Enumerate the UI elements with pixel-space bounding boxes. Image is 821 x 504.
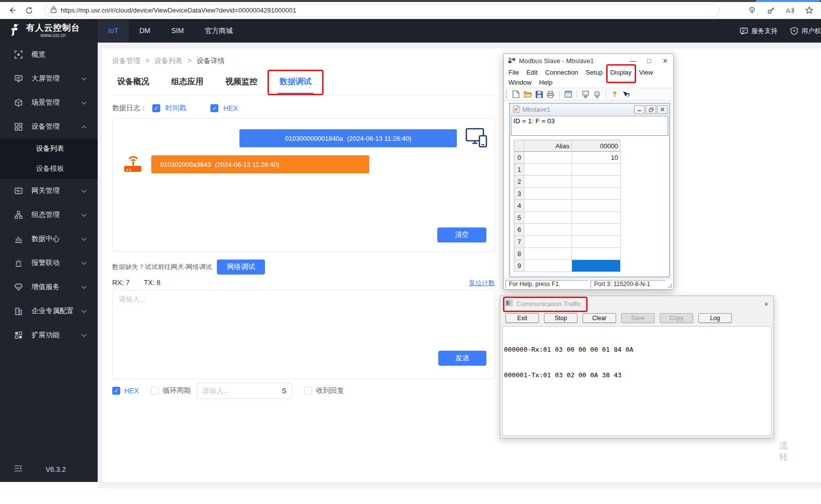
new-file-icon[interactable]: [511, 90, 520, 99]
help-icon[interactable]: ?: [610, 90, 619, 99]
menu-setup[interactable]: Setup: [586, 68, 603, 77]
hex-log-checkbox[interactable]: ✓: [210, 104, 218, 112]
context-help-icon[interactable]: ?: [622, 90, 631, 99]
poll-definition-icon[interactable]: [581, 90, 590, 99]
back-icon[interactable]: [7, 6, 17, 16]
menu-help[interactable]: Help: [539, 78, 553, 87]
selected-cell[interactable]: [572, 260, 621, 272]
user-rights-link[interactable]: 用户权: [790, 27, 821, 36]
modbus-menubar-row1: File Edit Connection Setup Display View: [504, 68, 673, 78]
nav-item-sim[interactable]: SIM: [161, 19, 194, 43]
sidebar-item-overview[interactable]: 概览: [0, 43, 98, 67]
location-icon[interactable]: [747, 6, 757, 16]
screen: https://mp.usr.cn/#/cloud/device/ViewDev…: [0, 0, 821, 504]
reset-count-link[interactable]: 复位计数: [469, 279, 495, 288]
timestamp-label: 时间戳: [165, 104, 186, 113]
chat-icon: [740, 27, 748, 35]
child-restore-icon[interactable]: [646, 105, 656, 114]
clear-log-button[interactable]: 清空: [437, 227, 486, 242]
save-icon[interactable]: [534, 90, 543, 99]
child-minimize-icon[interactable]: [634, 105, 645, 114]
slave-id-line: ID = 1: F = 03: [511, 116, 668, 136]
table-row: 6: [514, 224, 621, 236]
display-definition-icon[interactable]: [564, 90, 573, 99]
favorite-star-icon[interactable]: [804, 6, 814, 16]
network-debug-button[interactable]: 网络调试: [217, 260, 265, 275]
mbslave1-titlebar[interactable]: Mbslave1: [510, 104, 669, 115]
breadcrumb-device-list[interactable]: 设备列表: [154, 57, 182, 66]
sidebar-item-alarm[interactable]: 报警联动: [0, 251, 98, 275]
nav-item-iot[interactable]: IoT: [98, 19, 129, 43]
menu-view[interactable]: View: [639, 68, 653, 77]
value-header[interactable]: 00000: [572, 140, 621, 152]
open-file-icon[interactable]: [523, 90, 532, 99]
modbus-app-icon: [508, 57, 516, 66]
sidebar-item-datacenter[interactable]: 数据中心: [0, 227, 98, 251]
sidebar-item-extension[interactable]: 扩展功能: [0, 323, 98, 347]
send-textarea[interactable]: [113, 290, 494, 379]
tab-scada-app[interactable]: 组态应用: [171, 77, 203, 94]
sidebar-item-gateway[interactable]: 网关管理: [0, 179, 98, 203]
cycle-checkbox[interactable]: [151, 387, 159, 395]
modbus-slave-window: Modbus Slave - Mbslave1 — □ × File Edit …: [503, 54, 674, 290]
brand-subtitle: www.usr.cn: [41, 33, 66, 38]
sidebar-item-bigscreen[interactable]: 大屏管理: [0, 67, 98, 91]
support-link[interactable]: 服务支持: [740, 27, 777, 36]
modbus-titlebar[interactable]: Modbus Slave - Mbslave1 — □ ×: [504, 54, 673, 68]
tab-video-monitor[interactable]: 视频监控: [225, 77, 257, 94]
stop-button[interactable]: Stop: [544, 313, 578, 323]
nav-item-mall[interactable]: 官方商城: [194, 19, 243, 43]
close-icon[interactable]: ×: [657, 54, 673, 68]
child-close-icon[interactable]: [657, 105, 668, 114]
cycle-period-input[interactable]: [202, 387, 282, 395]
sidebar-item-vas[interactable]: 增值服务: [0, 275, 98, 299]
traffic-log[interactable]: 000000-Rx:01 03 00 00 00 01 84 0A 000001…: [502, 326, 771, 436]
send-button[interactable]: 发送: [438, 351, 486, 366]
alias-header[interactable]: Alias: [524, 140, 572, 152]
data-log-panel: 010300000001840a (2024-06-13 11:26:40) 0…: [112, 118, 495, 252]
read-aloud-icon[interactable]: A: [785, 6, 795, 16]
floating-side-widget[interactable]: 流 转: [777, 440, 789, 463]
sidebar-item-enterprise[interactable]: 企业专属配置: [0, 299, 98, 323]
table-row: 7: [514, 236, 621, 248]
tab-device-overview[interactable]: 设备概况: [117, 77, 149, 94]
reply-checkbox[interactable]: [304, 387, 312, 395]
detail-tabs: 设备概况 组态应用 视频监控 数据调试: [117, 77, 312, 94]
brand-title: 有人云控制台: [26, 24, 80, 33]
browser-toolbar: https://mp.usr.cn/#/cloud/device/ViewDev…: [0, 2, 821, 19]
comm-traffic-icon[interactable]: [593, 90, 602, 99]
exit-button[interactable]: Exit: [505, 313, 539, 323]
log-button[interactable]: Log: [698, 313, 732, 323]
sidebar-item-scene[interactable]: 场景管理: [0, 91, 98, 115]
menu-display[interactable]: Display: [610, 68, 632, 77]
network-tip: 数据缺失？试试前往网关-网络调试: [112, 263, 212, 272]
sidebar-subitem-device-list[interactable]: 设备列表: [0, 139, 98, 159]
sidebar-subitem-device-template[interactable]: 设备模板: [0, 159, 98, 179]
brand-logo[interactable]: 有人云控制台 www.usr.cn: [0, 19, 98, 43]
refresh-icon[interactable]: [24, 6, 34, 16]
sidebar-item-device[interactable]: 设备管理: [0, 115, 98, 139]
print-icon[interactable]: [546, 90, 555, 99]
menu-window[interactable]: Window: [508, 78, 531, 87]
resize-grip[interactable]: [668, 284, 672, 288]
maximize-icon[interactable]: □: [641, 54, 657, 68]
menu-file[interactable]: File: [508, 68, 519, 77]
timestamp-checkbox[interactable]: ✓: [152, 104, 160, 112]
menu-connection[interactable]: Connection: [545, 68, 578, 77]
nav-item-dm[interactable]: DM: [129, 19, 161, 43]
address-bar[interactable]: https://mp.usr.cn/#/cloud/device/ViewDev…: [44, 4, 720, 17]
password-key-icon[interactable]: [766, 6, 776, 16]
collapse-sidebar-icon[interactable]: [14, 465, 23, 474]
chevron-down-icon: [82, 284, 87, 289]
minimize-icon[interactable]: —: [625, 54, 641, 68]
tab-data-debug[interactable]: 数据调试: [280, 77, 312, 94]
chevron-down-icon: [82, 76, 87, 81]
menu-edit[interactable]: Edit: [526, 68, 537, 77]
breadcrumb-device-mgmt[interactable]: 设备管理: [112, 57, 140, 66]
traffic-titlebar[interactable]: Communication Traffic ×: [500, 296, 773, 311]
modbus-toolbar: ? ?: [504, 88, 673, 101]
hex-send-checkbox[interactable]: ✓: [112, 387, 120, 395]
clear-button[interactable]: Clear: [583, 313, 616, 323]
traffic-close-icon[interactable]: ×: [764, 300, 768, 308]
sidebar-item-scada[interactable]: 组态管理: [0, 203, 98, 227]
